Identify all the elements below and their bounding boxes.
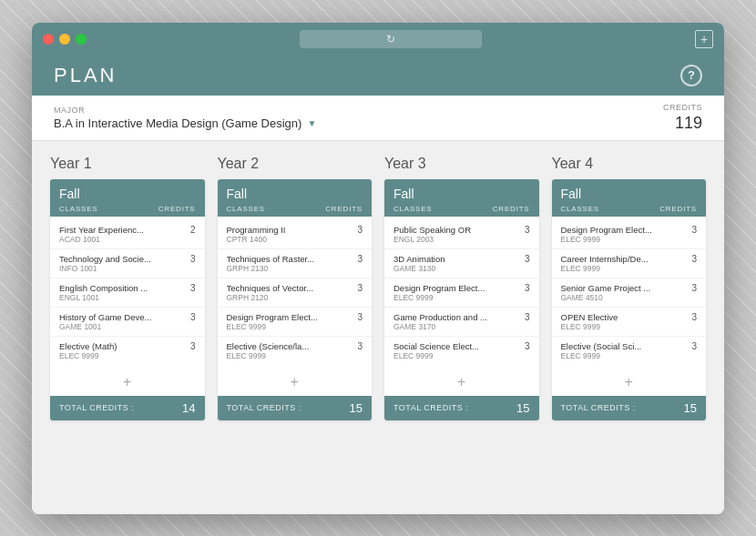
classes-col-label: CLASSES	[393, 205, 433, 213]
traffic-lights	[43, 34, 87, 45]
course-item[interactable]: Public Speaking ORENGL 20033	[384, 220, 539, 249]
course-credits-value: 3	[691, 254, 697, 264]
minimize-button[interactable]	[59, 34, 70, 45]
year-column-1: Year 1FallCLASSESCREDITSFirst Year Exper…	[50, 156, 205, 420]
course-item[interactable]: Elective (Math)ELEC 99993	[50, 337, 205, 365]
course-info: Design Program Elect...ELEC 9999	[561, 225, 689, 244]
course-info: Elective (Science/la...ELEC 9999	[227, 341, 354, 360]
course-credits-value: 3	[190, 254, 196, 264]
course-item[interactable]: Elective (Science/la...ELEC 99993	[218, 337, 373, 365]
titlebar-center: ↻	[87, 30, 695, 48]
course-credits-value: 3	[691, 312, 697, 322]
course-credits-value: 3	[190, 283, 196, 293]
course-item[interactable]: Career Internship/De...ELEC 99993	[552, 249, 707, 278]
semester-cols: CLASSESCREDITS	[59, 205, 196, 213]
course-code: ENGL 1001	[59, 293, 187, 302]
course-item[interactable]: Design Program Elect...ELEC 99993	[218, 308, 373, 337]
course-code: GAME 3170	[393, 322, 521, 331]
semester-cols: CLASSESCREDITS	[227, 205, 363, 213]
course-item[interactable]: 3D AnimationGAME 31303	[384, 249, 539, 278]
semester-name: Fall	[561, 187, 698, 201]
course-code: GAME 3130	[393, 264, 521, 273]
semester-name: Fall	[393, 187, 530, 201]
total-credits-label: TOTAL CREDITS :	[561, 403, 636, 412]
course-info: Elective (Math)ELEC 9999	[59, 341, 187, 360]
app-window: ↻ + PLAN ? Major B.A in Interactive Medi…	[32, 23, 724, 514]
course-item[interactable]: Programming IICPTR 14003	[218, 220, 373, 249]
help-button[interactable]: ?	[680, 65, 702, 86]
major-bar: Major B.A in Interactive Media Design (G…	[32, 96, 724, 141]
course-item[interactable]: English Composition ...ENGL 10013	[50, 278, 205, 308]
course-credits-value: 3	[525, 254, 530, 264]
course-code: ELEC 9999	[227, 351, 354, 360]
course-item[interactable]: First Year Experienc...ACAD 10012	[50, 220, 205, 249]
years-container: Year 1FallCLASSESCREDITSFirst Year Exper…	[50, 156, 706, 420]
course-name: Career Internship/De...	[561, 254, 679, 264]
course-info: Senior Game Project ...GAME 4510	[561, 283, 689, 302]
course-code: ELEC 9999	[561, 264, 689, 273]
course-item[interactable]: OPEN ElectiveELEC 99993	[552, 308, 707, 337]
credits-label: Credits	[663, 103, 702, 112]
total-bar: TOTAL CREDITS :14	[50, 396, 205, 420]
total-credits-label: TOTAL CREDITS :	[59, 403, 134, 412]
course-name: Design Program Elect...	[561, 225, 679, 235]
course-list: Design Program Elect...ELEC 99993Career …	[552, 217, 707, 369]
credits-col-label: CREDITS	[659, 205, 697, 213]
semester-card-year1: FallCLASSESCREDITSFirst Year Experienc..…	[50, 179, 205, 420]
course-name: First Year Experienc...	[59, 225, 178, 235]
course-code: GRPH 2130	[227, 264, 354, 273]
add-course-button[interactable]: +	[384, 369, 539, 396]
total-credits-value: 14	[182, 401, 195, 415]
course-code: ELEC 9999	[393, 293, 521, 302]
refresh-icon: ↻	[386, 33, 395, 46]
total-bar: TOTAL CREDITS :15	[218, 396, 373, 420]
course-code: ACAD 1001	[59, 235, 187, 244]
new-tab-button[interactable]: +	[695, 30, 713, 48]
major-value[interactable]: B.A in Interactive Media Design (Game De…	[54, 116, 645, 130]
course-code: ENGL 2003	[393, 235, 521, 244]
course-item[interactable]: Design Program Elect...ELEC 99993	[552, 220, 707, 249]
course-code: CPTR 1400	[227, 235, 354, 244]
course-code: ELEC 9999	[561, 322, 689, 331]
year-column-3: Year 3FallCLASSESCREDITSPublic Speaking …	[384, 156, 539, 420]
course-credits-value: 3	[691, 341, 697, 351]
add-course-button[interactable]: +	[218, 369, 373, 396]
semester-card-year4: FallCLASSESCREDITSDesign Program Elect..…	[552, 179, 707, 420]
course-name: Programming II	[227, 225, 345, 235]
course-item[interactable]: Game Production and ...GAME 31703	[384, 308, 539, 337]
course-info: English Composition ...ENGL 1001	[59, 283, 187, 302]
course-item[interactable]: Technology and Socie...INFO 10013	[50, 249, 205, 278]
maximize-button[interactable]	[76, 34, 87, 45]
course-item[interactable]: Design Program Elect...ELEC 99993	[384, 278, 539, 308]
course-name: Elective (Math)	[59, 341, 178, 351]
course-info: Technology and Socie...INFO 1001	[59, 254, 187, 273]
course-item[interactable]: History of Game Deve...GAME 10013	[50, 308, 205, 337]
course-credits-value: 3	[691, 225, 697, 235]
course-credits-value: 3	[525, 341, 530, 351]
close-button[interactable]	[43, 34, 54, 45]
course-item[interactable]: Techniques of Raster...GRPH 21303	[218, 249, 373, 278]
course-info: First Year Experienc...ACAD 1001	[59, 225, 187, 244]
classes-col-label: CLASSES	[561, 205, 600, 213]
add-course-button[interactable]: +	[552, 369, 707, 396]
course-name: Public Speaking OR	[393, 225, 512, 235]
semester-header-year3: FallCLASSESCREDITS	[384, 179, 539, 217]
semester-card-year2: FallCLASSESCREDITSProgramming IICPTR 140…	[218, 179, 373, 420]
course-code: INFO 1001	[59, 264, 187, 273]
course-credits-value: 3	[190, 312, 196, 322]
semester-name: Fall	[59, 187, 196, 201]
course-item[interactable]: Senior Game Project ...GAME 45103	[552, 278, 707, 308]
course-name: 3D Animation	[393, 254, 512, 264]
course-code: ELEC 9999	[561, 235, 689, 244]
course-info: 3D AnimationGAME 3130	[393, 254, 521, 273]
course-item[interactable]: Techniques of Vector...GRPH 21203	[218, 278, 373, 308]
course-list: Programming IICPTR 14003Techniques of Ra…	[218, 217, 373, 369]
semester-header-year4: FallCLASSESCREDITS	[552, 179, 707, 217]
major-section: Major B.A in Interactive Media Design (G…	[54, 106, 645, 130]
total-credits-label: TOTAL CREDITS :	[393, 403, 468, 412]
course-item[interactable]: Social Science Elect...ELEC 99993	[384, 337, 539, 365]
total-credits-label: TOTAL CREDITS :	[227, 403, 301, 412]
course-name: Elective (Science/la...	[227, 341, 345, 351]
add-course-button[interactable]: +	[50, 369, 205, 396]
course-item[interactable]: Elective (Social Sci...ELEC 99993	[552, 337, 707, 365]
